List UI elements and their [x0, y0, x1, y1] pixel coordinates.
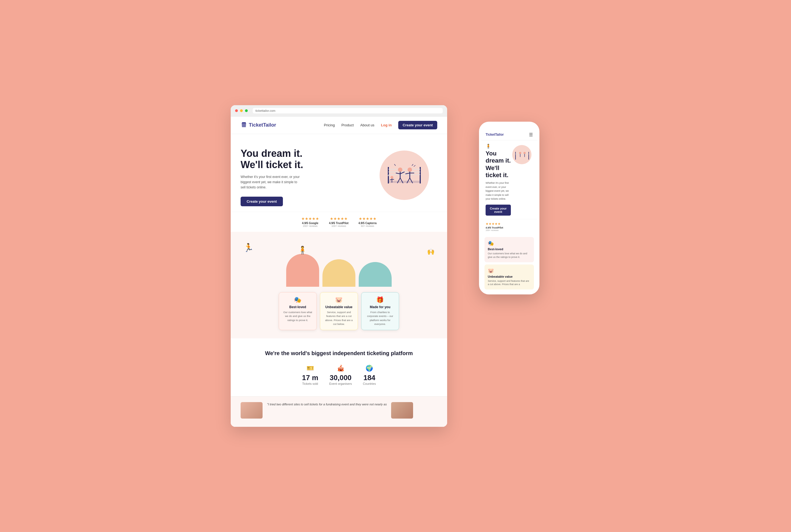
svg-rect-3	[388, 175, 389, 176]
side-person-right: 🙌	[427, 248, 435, 255]
nav-about[interactable]: About us	[360, 123, 374, 127]
hero-text: You dream it. We'll ticket it. Whether i…	[240, 145, 371, 206]
hero-illustration	[371, 145, 437, 206]
stats-row: 🎫 17 m Tickets sold 🎪 30,000 Event organ…	[240, 365, 437, 385]
phone-content: TicketTailor ☰ 🧍 You dream it. We'll tic…	[481, 124, 537, 292]
mobile-create-event-button[interactable]: Create your event	[486, 205, 511, 215]
mobile-hero: 🧍 You dream it. We'll ticket it. Whether…	[481, 140, 537, 219]
logo-link[interactable]: TicketTailor	[240, 122, 276, 128]
testimonial-thumb-2	[391, 402, 413, 419]
tickets-icon: 🎫	[302, 365, 318, 372]
svg-rect-0	[243, 122, 245, 123]
hero-subtitle: Whether it's your first event ever, or y…	[240, 174, 301, 190]
trustpilot-score: 4.9/5 TrustPilot	[329, 222, 349, 225]
mobile-best-loved-icon: 🎭	[488, 240, 530, 246]
mobile-hero-illustration	[511, 144, 533, 168]
browser-close-dot[interactable]	[235, 109, 238, 112]
trustpilot-reviews: 100+ reviews	[329, 225, 349, 227]
mobile-device: TicketTailor ☰ 🧍 You dream it. We'll tic…	[458, 105, 560, 294]
testimonial-thumb-1	[240, 402, 263, 419]
features-section: 🏃 🧍 🙌 🎭	[231, 232, 447, 338]
nav-product[interactable]: Product	[341, 123, 354, 127]
stat-tickets: 🎫 17 m Tickets sold	[302, 365, 318, 385]
best-loved-icon: 🎭	[282, 296, 313, 303]
google-reviews: 200+ reviews	[301, 225, 319, 227]
capterra-stars: ★★★★★	[359, 216, 377, 221]
svg-rect-7	[389, 181, 420, 183]
pink-bar	[286, 254, 319, 287]
boxing-ring-illustration	[382, 153, 426, 192]
organisers-icon: 🎪	[329, 365, 352, 372]
mobile-value-icon: 🐷	[488, 268, 530, 274]
stat-organisers: 🎪 30,000 Event organisers	[329, 365, 352, 385]
tickets-label: Tickets sold	[302, 382, 318, 385]
rating-google: ★★★★★ 4.9/5 Google 200+ reviews	[301, 216, 319, 227]
rating-trustpilot: ★★★★★ 4.9/5 TrustPilot 100+ reviews	[329, 216, 349, 227]
testimonial-section: "I tried two different sites to sell tic…	[231, 396, 447, 427]
svg-line-16	[406, 173, 410, 174]
hero-create-event-button[interactable]: Create your event	[240, 197, 283, 206]
logo-text: TicketTailor	[249, 122, 276, 128]
desktop-site-content: TicketTailor Pricing Product About us Lo…	[231, 116, 447, 427]
testimonial-grid: "I tried two different sites to sell tic…	[240, 402, 437, 419]
mobile-value-desc: Service, support and features that are a…	[488, 279, 530, 286]
svg-line-25	[414, 165, 415, 167]
mobile-rating: ★★★★★ 4.9/5 TrustPilot 100+ reviews	[481, 219, 537, 234]
ratings-bar: ★★★★★ 4.9/5 Google 200+ reviews ★★★★★ 4.…	[231, 212, 447, 232]
mobile-features: 🎭 Best-loved Our customers love what we …	[481, 234, 537, 292]
organisers-label: Event organisers	[329, 382, 352, 385]
feature-card-best-loved: 🎭 Best-loved Our customers love what we …	[279, 292, 317, 330]
shape-yellow-bar	[323, 254, 355, 287]
google-stars: ★★★★★	[301, 216, 319, 221]
value-icon: 🐷	[324, 296, 354, 303]
stats-title: We're the world's biggest independent ti…	[240, 349, 437, 357]
google-score: 4.9/5 Google	[301, 222, 319, 225]
nav-create-event-button[interactable]: Create your event	[398, 121, 437, 129]
made-for-you-title: Made for you	[365, 305, 396, 309]
testimonial-quote: "I tried two different sites to sell tic…	[267, 402, 387, 419]
browser-url-bar[interactable]: tickettailor.com	[253, 108, 443, 113]
svg-point-14	[408, 168, 412, 172]
mobile-hero-subtitle: Whether it's your first event ever, or y…	[486, 181, 511, 201]
mobile-ring-illustration	[513, 146, 531, 165]
scene: tickettailor.com TicketTailor Pricing Pr…	[231, 105, 560, 427]
stat-countries: 🌍 184 Countries	[363, 365, 376, 385]
best-loved-desc: Our customers love what we do and give u…	[282, 310, 313, 322]
mobile-logo: TicketTailor	[486, 133, 504, 136]
countries-label: Countries	[363, 382, 376, 385]
svg-rect-28	[528, 152, 529, 159]
svg-line-11	[400, 172, 404, 174]
svg-line-10	[396, 173, 400, 174]
feature-cards: 🎭 Best-loved Our customers love what we …	[240, 292, 437, 330]
pink-bar-person: 🧍	[298, 246, 307, 254]
desktop-browser: tickettailor.com TicketTailor Pricing Pr…	[231, 105, 447, 427]
browser-maximize-dot[interactable]	[245, 109, 248, 112]
shape-teal-bar	[359, 254, 392, 287]
svg-point-8	[398, 168, 402, 172]
mobile-best-loved-desc: Our customers love what we do and give u…	[488, 252, 530, 259]
rating-capterra: ★★★★★ 4.9/5 Capterra 60+ reviews	[359, 216, 377, 227]
mobile-rating-count: 100+ reviews	[486, 229, 533, 231]
svg-rect-27	[515, 152, 516, 159]
nav-pricing[interactable]: Pricing	[324, 123, 335, 127]
browser-minimize-dot[interactable]	[240, 109, 243, 112]
trustpilot-stars: ★★★★★	[329, 216, 349, 221]
logo-icon	[240, 122, 247, 128]
mobile-nav: TicketTailor ☰	[481, 129, 537, 140]
mobile-card-best-loved: 🎭 Best-loved Our customers love what we …	[484, 237, 534, 262]
made-for-you-icon: 🎁	[365, 296, 396, 303]
desktop-nav: TicketTailor Pricing Product About us Lo…	[231, 116, 447, 134]
capterra-reviews: 60+ reviews	[359, 225, 377, 227]
capterra-score: 4.9/5 Capterra	[359, 222, 377, 225]
nav-login[interactable]: Log in	[381, 123, 392, 127]
mobile-best-loved-title: Best-loved	[488, 247, 530, 251]
mobile-value-title: Unbeatable value	[488, 275, 530, 278]
svg-line-24	[412, 164, 413, 166]
mobile-card-value: 🐷 Unbeatable value Service, support and …	[484, 265, 534, 289]
value-desc: Service, support and features that are a…	[324, 310, 354, 326]
organisers-number: 30,000	[329, 374, 352, 382]
yellow-bar	[323, 259, 355, 287]
countries-icon: 🌍	[363, 365, 376, 372]
mobile-hero-text: 🧍 You dream it. We'll ticket it. Whether…	[486, 144, 511, 216]
mobile-menu-button[interactable]: ☰	[529, 132, 533, 137]
